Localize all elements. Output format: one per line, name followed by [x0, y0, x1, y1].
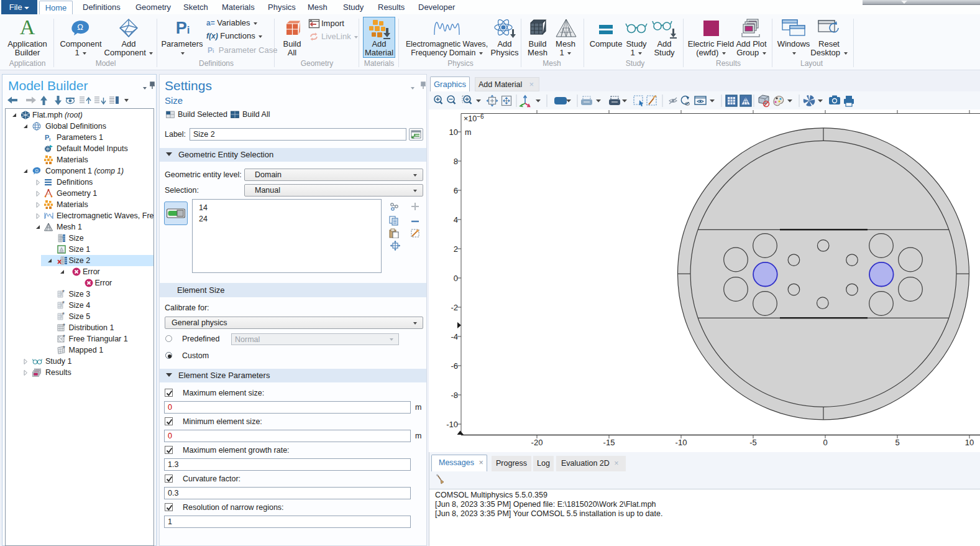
- svg-text:*: *: [62, 301, 65, 307]
- svg-text:0: 0: [823, 438, 827, 447]
- svg-text:Ω: Ω: [77, 22, 83, 32]
- svg-text:5: 5: [895, 438, 899, 447]
- svg-text:*: *: [63, 335, 65, 341]
- svg-text:-8: -8: [451, 391, 458, 400]
- svg-text:*: *: [62, 290, 65, 296]
- svg-text:-15: -15: [603, 438, 615, 447]
- svg-text:*: *: [63, 323, 65, 330]
- svg-text:8: 8: [454, 157, 458, 166]
- svg-text:10: 10: [965, 438, 974, 447]
- svg-text:-10: -10: [675, 438, 687, 447]
- svg-text:-20: -20: [531, 438, 543, 447]
- svg-text:m: m: [465, 128, 471, 137]
- svg-text:6: 6: [454, 186, 458, 195]
- svg-text:-4: -4: [451, 332, 458, 341]
- svg-text:×10−6: ×10−6: [464, 113, 484, 123]
- svg-text:0: 0: [454, 274, 458, 283]
- svg-text:10: 10: [449, 127, 458, 137]
- svg-text:Ω: Ω: [35, 169, 38, 173]
- svg-text:-5: -5: [749, 438, 757, 447]
- svg-text:4: 4: [454, 215, 458, 224]
- svg-text:-2: -2: [451, 303, 458, 312]
- svg-text:-6: -6: [451, 361, 458, 371]
- svg-text:-10: -10: [446, 420, 458, 429]
- svg-text:i: i: [49, 137, 50, 142]
- svg-text:2: 2: [454, 244, 458, 254]
- svg-text:*: *: [62, 312, 65, 318]
- svg-text:*: *: [63, 346, 65, 352]
